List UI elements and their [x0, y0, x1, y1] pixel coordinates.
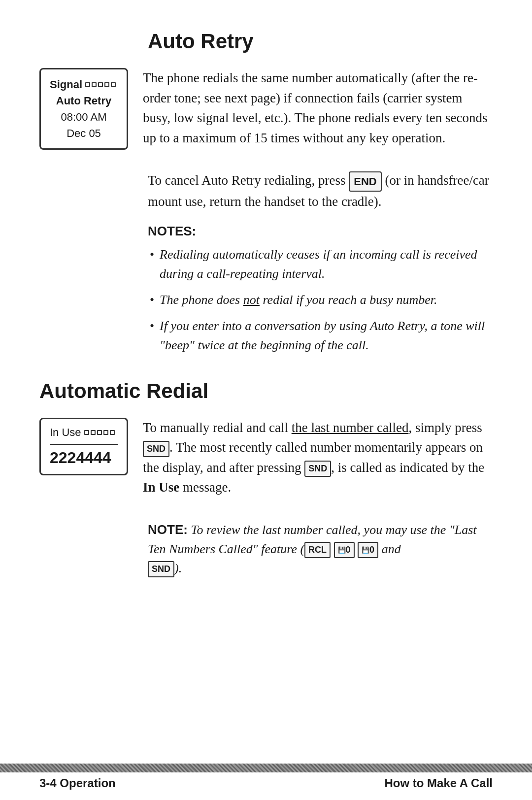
auto-retry-content: Signal Auto Retry 08:00 AM Dec 05 The ph… — [39, 68, 493, 156]
in-use-label: In Use — [50, 426, 81, 439]
in-use-bar-3 — [97, 430, 102, 435]
signal-row: Signal — [50, 76, 118, 93]
signal-label: Signal — [50, 76, 82, 93]
auto-retry-title: Auto Retry — [148, 30, 493, 53]
snd-key-1: SND — [143, 441, 169, 457]
note-item-3: If you enter into a conversation by usin… — [148, 316, 493, 355]
body-text-4: , is called as indicated by the — [331, 460, 484, 475]
in-use-divider — [50, 444, 118, 445]
notes-section: NOTES: Redialing automatically ceases if… — [148, 224, 493, 355]
not-underline: not — [243, 293, 260, 307]
signal-bar-4 — [104, 82, 109, 87]
note-item-2: The phone does not redial if you reach a… — [148, 290, 493, 309]
note-item-1: Redialing automatically ceases if an inc… — [148, 245, 493, 283]
notes-list: Redialing automatically ceases if an inc… — [148, 245, 493, 355]
display-line2: Auto Retry — [50, 93, 118, 109]
in-use-bar-5 — [110, 430, 115, 435]
footer-text: 3-4 Operation How to Make A Call — [0, 776, 532, 800]
auto-retry-display: Signal Auto Retry 08:00 AM Dec 05 — [39, 68, 128, 150]
footer-bar — [0, 764, 532, 772]
signal-bar-1 — [85, 82, 90, 87]
last-number-called: the last number called — [292, 420, 409, 435]
zero-key-2: 💾0 — [358, 542, 378, 558]
auto-retry-body: The phone redials the same number automa… — [143, 68, 493, 156]
signal-bar-5 — [111, 82, 116, 87]
note-label: NOTE: — [148, 522, 188, 537]
cancel-text-1: To cancel Auto Retry redialing, press — [148, 173, 346, 188]
zero-key-1: 💾0 — [334, 542, 355, 558]
display-line4: Dec 05 — [50, 125, 118, 141]
page-footer: 3-4 Operation How to Make A Call — [0, 764, 532, 800]
automatic-redial-section: Automatic Redial In Use 2224444 — [39, 379, 493, 578]
in-use-bold: In Use — [143, 480, 179, 495]
display-line3: 08:00 AM — [50, 109, 118, 125]
automatic-redial-body: To manually redial and call the last num… — [143, 418, 493, 505]
note-and: and — [378, 542, 401, 556]
in-use-bar-4 — [103, 430, 108, 435]
footer-right: How to Make A Call — [384, 776, 493, 790]
auto-retry-body-text: The phone redials the same number automa… — [143, 68, 493, 148]
snd-key-3: SND — [148, 561, 174, 577]
in-use-row: In Use — [50, 426, 118, 439]
automatic-redial-title: Automatic Redial — [39, 379, 493, 403]
signal-bar-2 — [92, 82, 97, 87]
signal-bars — [85, 82, 116, 87]
in-use-bar-2 — [91, 430, 96, 435]
end-key: END — [349, 171, 381, 192]
notes-title: NOTES: — [148, 224, 493, 239]
cancel-paragraph: To cancel Auto Retry redialing, press EN… — [148, 170, 493, 212]
body-text-1: To manually redial and call — [143, 420, 292, 435]
note-paragraph: NOTE: To review the last number called, … — [148, 520, 493, 578]
in-use-bar-1 — [84, 430, 89, 435]
automatic-redial-body-text: To manually redial and call the last num… — [143, 418, 493, 498]
note-end: ). — [174, 561, 182, 575]
in-use-number: 2224444 — [50, 449, 118, 467]
rcl-key: RCL — [304, 542, 331, 558]
body-text-5: message. — [179, 480, 231, 495]
signal-bar-3 — [98, 82, 103, 87]
in-use-display: In Use 2224444 — [39, 418, 128, 475]
automatic-redial-content: In Use 2224444 To manually redial and ca… — [39, 418, 493, 505]
body-text-comma: , simply press — [408, 420, 482, 435]
auto-retry-section: Auto Retry Signal Auto Retry 08:00 AM De… — [39, 30, 493, 355]
in-use-signal-bars — [84, 430, 115, 435]
footer-left: 3-4 Operation — [39, 776, 116, 790]
page-container: Auto Retry Signal Auto Retry 08:00 AM De… — [0, 0, 532, 800]
snd-key-2: SND — [304, 461, 331, 477]
